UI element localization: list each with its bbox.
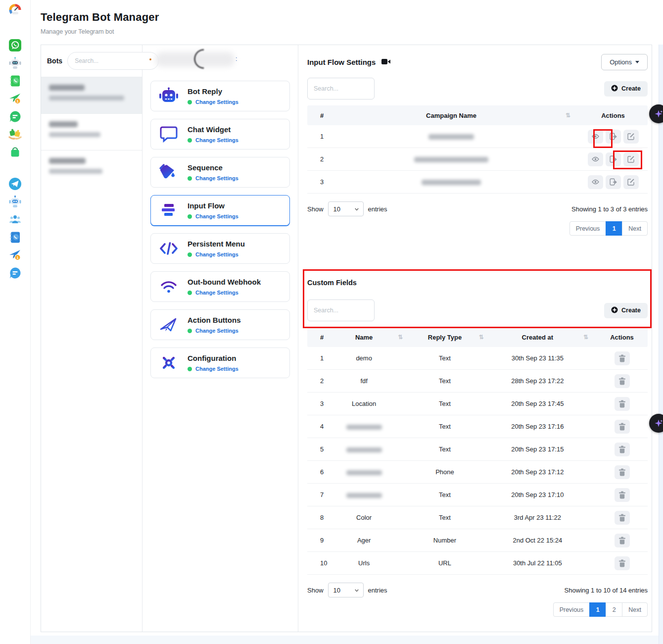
settings-card-input-flow[interactable]: Input Flow Change Settings: [150, 195, 290, 226]
change-settings-link[interactable]: Change Settings: [195, 328, 238, 334]
settings-card-bot-reply[interactable]: Bot Reply Change Settings: [150, 81, 290, 111]
sort-icon[interactable]: ⇅: [566, 112, 578, 119]
input-flow-icon: [159, 201, 179, 219]
field-name: Color: [330, 514, 398, 521]
view-button[interactable]: [588, 152, 603, 166]
reply-type: Number: [411, 537, 478, 544]
telegram-icon[interactable]: [8, 177, 22, 191]
page-size-select[interactable]: 10: [328, 201, 364, 216]
page-button-1[interactable]: 1: [589, 602, 606, 617]
settings-card-chat-widget[interactable]: Chat Widget Change Settings: [150, 119, 290, 149]
green-chat-bubble-icon[interactable]: [8, 110, 22, 123]
view-button[interactable]: [588, 130, 603, 144]
redacted-bot-username: [49, 169, 102, 174]
settings-card-action-buttons[interactable]: Action Buttons Change Settings: [150, 309, 290, 340]
change-settings-link[interactable]: Change Settings: [195, 366, 238, 372]
create-custom-field-button[interactable]: Create: [604, 303, 648, 318]
sort-icon[interactable]: ⇅: [479, 334, 492, 341]
next-page-button[interactable]: Next: [622, 221, 648, 236]
redacted-field-name: [330, 446, 398, 453]
created-at: 20th Sep 23 17:10: [492, 491, 583, 498]
export-button[interactable]: [606, 175, 621, 189]
blue-people-icon[interactable]: [8, 213, 22, 226]
puzzle-hands-icon[interactable]: [8, 128, 22, 141]
edit-button[interactable]: [623, 152, 639, 166]
blue-robot-icon[interactable]: [8, 195, 22, 208]
settings-card-configuration[interactable]: Configuration Change Settings: [150, 347, 290, 378]
page-button-1[interactable]: 1: [606, 221, 622, 236]
created-at: 20th Sep 23 17:12: [492, 468, 583, 476]
delete-button[interactable]: [615, 420, 630, 434]
blue-contact-book-icon[interactable]: [8, 231, 22, 244]
row-number: 7: [307, 491, 330, 498]
change-settings-link[interactable]: Change Settings: [195, 251, 238, 257]
chevron-down-icon: [635, 61, 639, 63]
page-button-2[interactable]: 2: [606, 602, 622, 617]
speedometer-icon[interactable]: [8, 3, 22, 17]
input-flow-settings-title: Input Flow Settings: [307, 58, 376, 66]
previous-page-button[interactable]: Previous: [569, 221, 607, 236]
reply-type: Text: [411, 400, 478, 407]
delete-button[interactable]: [615, 443, 630, 456]
green-paper-plane-coin-icon[interactable]: 1: [8, 92, 22, 105]
previous-page-button[interactable]: Previous: [553, 602, 590, 617]
next-page-button[interactable]: Next: [622, 602, 648, 617]
export-button[interactable]: [606, 130, 621, 144]
input-flow-table-header: # Campaign Name ⇅ Actions: [307, 105, 648, 125]
sort-icon[interactable]: ⇅: [583, 334, 596, 341]
show-label: Show: [307, 205, 324, 213]
create-button-label: Create: [621, 307, 641, 314]
blue-paper-plane-coin-icon[interactable]: 1: [8, 248, 22, 262]
change-settings-link[interactable]: Change Settings: [195, 99, 238, 105]
change-settings-link[interactable]: Change Settings: [195, 137, 238, 143]
input-flow-search-input[interactable]: [307, 78, 375, 99]
settings-card-sequence[interactable]: Sequence Change Settings: [150, 157, 290, 188]
selected-bot-header: :: [150, 45, 290, 81]
whatsapp-icon[interactable]: [8, 39, 22, 52]
configuration-icon: [159, 354, 179, 372]
bot-list-item[interactable]: [41, 150, 142, 187]
custom-fields-search-input[interactable]: [307, 299, 375, 321]
redacted-avatar: [190, 45, 218, 73]
input-flow-section-header: Input Flow Settings Options: [307, 53, 648, 71]
chevron-down-icon: [355, 207, 359, 211]
row-number: 8: [307, 514, 330, 521]
robot-gray-icon[interactable]: [8, 56, 22, 70]
delete-button[interactable]: [615, 556, 630, 570]
redacted-bot-username: [49, 96, 124, 100]
create-input-flow-button[interactable]: Create: [604, 81, 648, 97]
change-settings-link[interactable]: Change Settings: [195, 290, 238, 296]
delete-button[interactable]: [615, 534, 630, 547]
card-title: Input Flow: [188, 201, 225, 210]
export-button[interactable]: [606, 152, 621, 166]
delete-button[interactable]: [615, 397, 630, 411]
change-settings-link[interactable]: Change Settings: [195, 213, 238, 219]
input-flow-toolbar: Create: [307, 78, 648, 99]
delete-button[interactable]: [615, 465, 630, 479]
settings-card-outbound-webhook[interactable]: Out-bound Webhook Change Settings: [150, 271, 290, 302]
edit-button[interactable]: [623, 175, 639, 189]
scrollbar-track[interactable]: [659, 45, 663, 644]
reply-type: Text: [411, 446, 478, 453]
green-shopping-bag-icon[interactable]: [8, 146, 22, 159]
delete-button[interactable]: [615, 351, 630, 365]
row-number: 5: [307, 446, 330, 453]
edit-button[interactable]: [623, 130, 639, 144]
bot-list-item[interactable]: [41, 113, 142, 150]
change-settings-link[interactable]: Change Settings: [195, 175, 238, 181]
blue-chat-bubble-icon[interactable]: [8, 266, 22, 280]
sort-icon[interactable]: ⇅: [398, 334, 411, 341]
delete-button[interactable]: [615, 488, 630, 502]
settings-card-persistent-menu[interactable]: Persistent Menu Change Settings: [150, 233, 290, 264]
options-button[interactable]: Options: [601, 54, 648, 70]
page-size-select[interactable]: 10: [328, 583, 364, 597]
status-green-dot: [188, 252, 192, 257]
row-number: 3: [307, 178, 337, 186]
delete-button[interactable]: [615, 374, 630, 388]
green-contact-book-icon[interactable]: [8, 74, 22, 88]
view-button[interactable]: [588, 175, 603, 189]
card-title: Bot Reply: [188, 87, 222, 96]
delete-button[interactable]: [615, 511, 630, 525]
bot-list-item[interactable]: [41, 77, 142, 113]
plus-circle-icon: [611, 85, 618, 93]
